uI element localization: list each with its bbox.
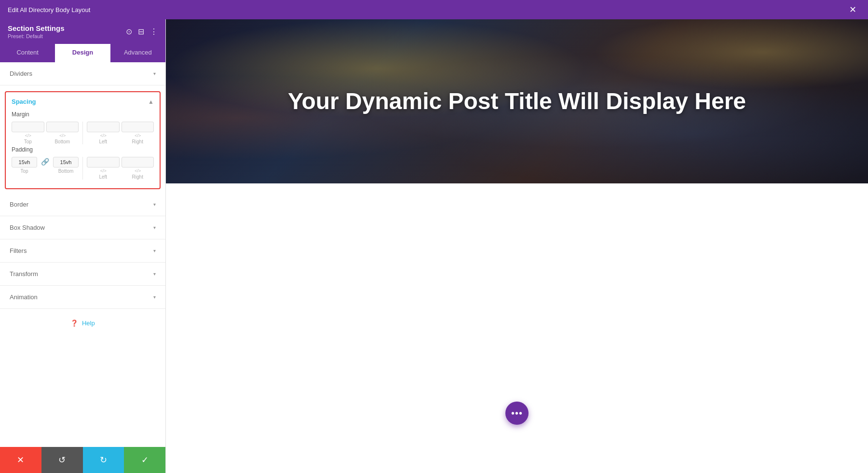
tab-advanced[interactable]: Advanced xyxy=(110,44,165,62)
sidebar-header: Section Settings Preset: Default ⊙ ⊟ ⋮ xyxy=(0,19,165,44)
top-bar-title: Edit All Directory Body Layout xyxy=(8,6,845,14)
margin-bottom-input[interactable] xyxy=(46,122,79,132)
padding-right-dyn-icon[interactable]: </> xyxy=(135,168,141,173)
margin-top-col: </> Top xyxy=(12,122,44,144)
padding-left-input-col: </> Left xyxy=(87,157,120,180)
bottom-bar: ✕ ↺ ↻ ✓ xyxy=(0,447,165,473)
accordion-animation-header[interactable]: Animation ▾ xyxy=(0,286,165,308)
save-button[interactable]: ✓ xyxy=(124,447,165,473)
undo-button[interactable]: ↺ xyxy=(41,447,83,473)
margin-left-input-col: </> Left xyxy=(87,122,120,144)
sidebar-header-left: Section Settings Preset: Default xyxy=(8,24,65,39)
padding-label: Padding xyxy=(12,146,154,153)
columns-icon[interactable]: ⊟ xyxy=(138,27,144,36)
padding-top-label: Top xyxy=(20,168,28,174)
accordion-animation: Animation ▾ xyxy=(0,286,165,309)
box-shadow-chevron-icon: ▾ xyxy=(153,225,156,230)
more-icon[interactable]: ⋮ xyxy=(150,27,158,36)
cancel-button[interactable]: ✕ xyxy=(0,447,41,473)
padding-left-dyn-icon[interactable]: </> xyxy=(100,168,107,173)
margin-right-input[interactable] xyxy=(122,122,154,132)
close-button[interactable]: ✕ xyxy=(845,3,860,16)
filters-label: Filters xyxy=(10,247,27,254)
padding-right-pair: </> Left </> Right xyxy=(87,157,154,180)
margin-label: Margin xyxy=(12,111,154,118)
tab-content[interactable]: Content xyxy=(0,44,55,62)
margin-left-pair: </> Top </> Bottom xyxy=(12,122,79,144)
filters-chevron-icon: ▾ xyxy=(153,248,156,253)
help-section: ❓ Help xyxy=(0,309,165,337)
target-icon[interactable]: ⊙ xyxy=(126,27,132,36)
margin-left-dyn-icon[interactable]: </> xyxy=(100,133,107,138)
padding-right-input-col: </> Right xyxy=(122,157,154,180)
accordion-filters: Filters ▾ xyxy=(0,239,165,263)
padding-bottom-label: Bottom xyxy=(58,168,74,174)
margin-right-input-col: </> Right xyxy=(122,122,154,144)
margin-right-label: Right xyxy=(132,139,143,144)
border-chevron-icon: ▾ xyxy=(153,202,156,207)
dividers-label: Dividers xyxy=(10,70,32,77)
redo-button[interactable]: ↻ xyxy=(83,447,124,473)
accordion-border: Border ▾ xyxy=(0,193,165,216)
hero-section: Your Dynamic Post Title Will Display Her… xyxy=(166,19,868,183)
padding-right-input[interactable] xyxy=(122,157,154,167)
hero-title: Your Dynamic Post Title Will Display Her… xyxy=(288,87,746,115)
preset-label: Preset: Default xyxy=(8,33,65,39)
transform-chevron-icon: ▾ xyxy=(153,271,156,277)
tab-design[interactable]: Design xyxy=(55,44,110,62)
padding-row: Top 🔗 Bottom </> xyxy=(12,157,154,180)
padding-left-pair: Top 🔗 Bottom xyxy=(12,157,79,174)
margin-bottom-dyn-icon[interactable]: </> xyxy=(59,133,66,138)
margin-left-label: Left xyxy=(99,139,107,144)
margin-top-input[interactable] xyxy=(12,122,44,132)
help-question-icon: ❓ xyxy=(70,320,78,327)
animation-chevron-icon: ▾ xyxy=(153,294,156,300)
top-bar: Edit All Directory Body Layout ✕ xyxy=(0,0,868,19)
animation-label: Animation xyxy=(10,293,38,301)
main-layout: Section Settings Preset: Default ⊙ ⊟ ⋮ C… xyxy=(0,19,868,473)
margin-left-input[interactable] xyxy=(87,122,120,132)
margin-top-label: Top xyxy=(24,139,32,144)
sidebar: Section Settings Preset: Default ⊙ ⊟ ⋮ C… xyxy=(0,19,166,473)
margin-right-pair: </> Left </> Right xyxy=(87,122,154,144)
accordion-dividers-header[interactable]: Dividers ▾ xyxy=(0,62,165,85)
margin-row: </> Top </> Bottom xyxy=(12,122,154,144)
margin-right-dyn-icon[interactable]: </> xyxy=(135,133,141,138)
margin-separator xyxy=(82,122,83,144)
spacing-chevron-icon[interactable]: ▲ xyxy=(148,98,154,105)
dividers-chevron-icon: ▾ xyxy=(153,71,156,76)
accordion-box-shadow-header[interactable]: Box Shadow ▾ xyxy=(0,216,165,239)
margin-bottom-col: </> Bottom xyxy=(46,122,79,144)
padding-left-input[interactable] xyxy=(87,157,120,167)
padding-separator xyxy=(82,157,83,180)
fab-button[interactable]: ••• xyxy=(505,402,529,425)
accordion-transform: Transform ▾ xyxy=(0,263,165,286)
accordion-transform-header[interactable]: Transform ▾ xyxy=(0,263,165,285)
margin-top-dyn-icon[interactable]: </> xyxy=(25,133,31,138)
transform-label: Transform xyxy=(10,270,38,278)
help-link[interactable]: ❓ Help xyxy=(70,320,95,327)
padding-right-label: Right xyxy=(132,174,143,180)
hero-content: Your Dynamic Post Title Will Display Her… xyxy=(166,19,868,183)
canvas-body: ••• xyxy=(166,183,868,473)
padding-top-col: Top xyxy=(12,157,37,174)
spacing-section: Spacing ▲ Margin </> Top xyxy=(5,91,161,189)
border-label: Border xyxy=(10,201,28,208)
section-settings-title: Section Settings xyxy=(8,24,65,32)
spacing-title: Spacing ▲ xyxy=(12,98,154,105)
box-shadow-label: Box Shadow xyxy=(10,224,45,231)
tabs: Content Design Advanced xyxy=(0,44,165,62)
padding-left-label: Left xyxy=(99,174,107,180)
padding-bottom-col: Bottom xyxy=(53,157,79,174)
sidebar-header-icons: ⊙ ⊟ ⋮ xyxy=(126,27,158,36)
canvas: Your Dynamic Post Title Will Display Her… xyxy=(166,19,868,473)
padding-top-input[interactable] xyxy=(12,157,37,167)
accordion-filters-header[interactable]: Filters ▾ xyxy=(0,239,165,262)
link-icon[interactable]: 🔗 xyxy=(39,158,51,166)
padding-bottom-input[interactable] xyxy=(53,157,79,167)
accordion-box-shadow: Box Shadow ▾ xyxy=(0,216,165,239)
accordion-border-header[interactable]: Border ▾ xyxy=(0,193,165,216)
sidebar-content: Dividers ▾ Spacing ▲ Margin xyxy=(0,62,165,447)
margin-bottom-label: Bottom xyxy=(54,139,70,144)
accordion-dividers: Dividers ▾ xyxy=(0,62,165,85)
